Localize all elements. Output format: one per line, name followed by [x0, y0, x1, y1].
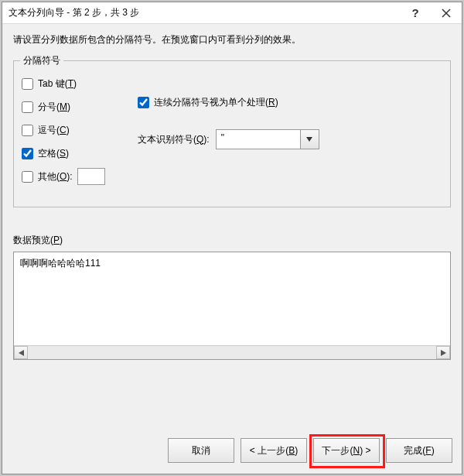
wizard-dialog: 文本分列向导 - 第 2 步，共 3 步 ? 请设置分列数据所包含的分隔符号。在…	[2, 2, 462, 474]
triangle-right-icon	[441, 350, 446, 356]
window-title: 文本分列向导 - 第 2 步，共 3 步	[9, 6, 400, 19]
help-button[interactable]: ?	[400, 2, 431, 24]
preview-scrollbar[interactable]	[14, 345, 450, 359]
delimiter-other-input[interactable]	[77, 168, 105, 185]
delimiter-semicolon[interactable]: 分号(M)	[22, 95, 122, 118]
delimiter-space-label: 空格(S)	[38, 147, 69, 160]
delimiter-space[interactable]: 空格(S)	[22, 142, 122, 165]
svg-marker-4	[441, 350, 446, 356]
delimiter-other[interactable]: 其他(O):	[22, 165, 122, 188]
delimiter-space-checkbox[interactable]	[22, 148, 33, 159]
delimiter-tab-label: Tab 键(T)	[38, 77, 77, 91]
treat-consecutive-checkbox[interactable]	[138, 97, 149, 108]
delimiter-semicolon-checkbox[interactable]	[22, 101, 33, 113]
close-button[interactable]	[431, 2, 462, 24]
delimiter-tab-checkbox[interactable]	[22, 78, 33, 90]
next-button[interactable]: 下一步(N) >	[313, 438, 380, 463]
text-qualifier-label: 文本识别符号(Q):	[138, 133, 210, 146]
preview-box: 啊啊啊哈哈哈哈111	[13, 252, 451, 360]
delimiter-comma-label: 逗号(C)	[38, 124, 70, 137]
text-qualifier-value[interactable]: "	[216, 129, 301, 149]
dialog-body: 请设置分列数据所包含的分隔符号。在预览窗口内可看到分列的效果。 分隔符号 Tab…	[2, 24, 462, 360]
delimiters-legend: 分隔符号	[20, 54, 63, 67]
scroll-track[interactable]	[28, 346, 436, 359]
delimiter-tab[interactable]: Tab 键(T)	[22, 72, 122, 95]
chevron-down-icon	[306, 137, 312, 142]
treat-consecutive[interactable]: 连续分隔符号视为单个处理(R)	[138, 91, 442, 114]
instruction-text: 请设置分列数据所包含的分隔符号。在预览窗口内可看到分列的效果。	[13, 33, 451, 46]
delimiter-comma-checkbox[interactable]	[22, 125, 33, 136]
text-qualifier-dropdown-button[interactable]	[301, 129, 319, 149]
treat-consecutive-label: 连续分隔符号视为单个处理(R)	[154, 96, 278, 109]
delimiter-other-label: 其他(O):	[38, 170, 73, 183]
delimiter-comma[interactable]: 逗号(C)	[22, 118, 122, 142]
preview-label: 数据预览(P)	[13, 234, 451, 247]
triangle-left-icon	[19, 350, 24, 356]
finish-button[interactable]: 完成(F)	[386, 438, 452, 463]
text-qualifier-select[interactable]: "	[216, 129, 319, 149]
scroll-left-button[interactable]	[14, 346, 28, 359]
text-qualifier-row: 文本识别符号(Q): "	[138, 129, 442, 149]
delimiter-semicolon-label: 分号(M)	[38, 101, 70, 114]
scroll-right-button[interactable]	[436, 346, 450, 359]
button-row: 取消 < 上一步(B) 下一步(N) > 完成(F)	[168, 438, 452, 463]
cancel-button[interactable]: 取消	[168, 438, 234, 463]
svg-marker-2	[306, 137, 312, 142]
titlebar: 文本分列向导 - 第 2 步，共 3 步 ?	[2, 2, 462, 24]
delimiters-group: 分隔符号 Tab 键(T) 分号(M) 逗号(C)	[13, 60, 451, 207]
svg-marker-3	[19, 350, 24, 356]
close-icon	[442, 9, 451, 18]
back-button[interactable]: < 上一步(B)	[241, 438, 307, 463]
delimiter-other-checkbox[interactable]	[22, 171, 33, 183]
preview-content: 啊啊啊哈哈哈哈111	[14, 252, 450, 275]
